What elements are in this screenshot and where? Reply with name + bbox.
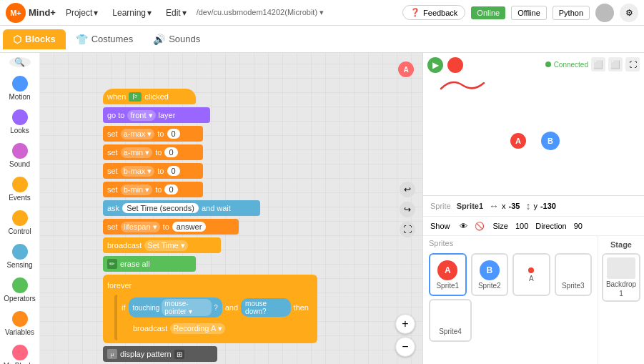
settings-icon[interactable]: ⚙ xyxy=(620,4,638,22)
sprite-thumb-a[interactable]: A xyxy=(512,253,550,296)
blocks-area[interactable]: when 🏳 clicked go to front ▾ layer set a… xyxy=(40,53,422,364)
sidebar-item-variables[interactable]: Variables xyxy=(2,308,38,339)
right-bottom: Sprites A Sprite1 B Sprite2 xyxy=(423,236,644,364)
green-flag-button[interactable]: ▶ xyxy=(427,57,443,73)
sidebar-item-sound[interactable]: Sound xyxy=(2,140,38,171)
block-set-lifespan[interactable]: set lifespan ▾ to answer xyxy=(103,219,239,235)
dropdown-bmin[interactable]: b-min ▾ xyxy=(121,185,153,195)
blocks-icon: ⬡ xyxy=(13,34,21,45)
block-set-amin[interactable]: set a-min ▾ to 0 xyxy=(103,144,203,160)
offline-button[interactable]: Offline xyxy=(511,6,547,20)
sidebar-item-sensing[interactable]: Sensing xyxy=(2,241,38,272)
grid-icon[interactable]: ⊞ xyxy=(174,350,184,359)
tab-costumes[interactable]: 👕 Costumes xyxy=(66,29,144,49)
sprite-thumb-sprite2[interactable]: B Sprite2 xyxy=(471,253,509,296)
menu-learning[interactable]: Learning ▾ xyxy=(108,5,156,21)
avatar[interactable] xyxy=(595,4,614,22)
block-broadcast-settime[interactable]: broadcast Set Time ▾ xyxy=(103,237,221,253)
sprite-thumb-sprite4[interactable]: Sprite4 xyxy=(429,299,472,342)
block-set-bmax[interactable]: set b-max ▾ to 0 xyxy=(103,163,203,179)
dropdown-recording-a[interactable]: Recording A ▾ xyxy=(170,323,224,334)
menu-edit[interactable]: Edit ▾ xyxy=(162,5,191,21)
input-bmax-val[interactable]: 0 xyxy=(167,166,180,176)
tab-costumes-label: Costumes xyxy=(91,34,134,44)
pen-icon: ✏ xyxy=(107,259,117,269)
zoom-controls: + − xyxy=(395,314,415,357)
stop-button[interactable] xyxy=(447,57,463,73)
sidebar-item-myblocks[interactable]: My Blocks xyxy=(2,342,38,364)
block-mouse-down[interactable]: mouse down? xyxy=(241,298,291,317)
stage-top-right: Connected ⬜ ⬜ ⛶ xyxy=(545,57,640,72)
right-panel: ▶ Connected ⬜ ⬜ ⛶ A B Sprite Sprite1 xyxy=(422,53,644,364)
stage-sprite-b[interactable]: B xyxy=(541,132,560,150)
dropdown-mouse-pointer[interactable]: mouse-pointer ▾ xyxy=(162,299,212,316)
direction-value: 90 xyxy=(574,222,583,230)
dropdown-amax[interactable]: a-max ▾ xyxy=(121,129,155,139)
dropdown-amin[interactable]: a-min ▾ xyxy=(121,147,153,158)
feedback-button[interactable]: ❓ Feedback xyxy=(402,5,465,20)
input-amin-val[interactable]: 0 xyxy=(164,147,177,157)
block-erase-all[interactable]: ✏ erase all xyxy=(103,256,196,272)
show-eye-closed[interactable]: 🚫 xyxy=(473,220,486,232)
tab-blocks[interactable]: ⬡ Blocks xyxy=(3,29,66,49)
control-dot xyxy=(12,210,28,226)
input-lifespan-val[interactable]: answer xyxy=(172,222,206,232)
sidebar-item-control[interactable]: Control xyxy=(2,207,38,238)
fullscreen-button[interactable]: ⛶ xyxy=(400,222,415,237)
input-amax-val[interactable]: 0 xyxy=(167,129,180,139)
coord-y-group: ↕ y -130 xyxy=(525,200,556,212)
input-bmin-val[interactable]: 0 xyxy=(164,185,177,195)
block-group-main: when 🏳 clicked go to front ▾ layer set a… xyxy=(103,89,389,364)
sprite-thumb-sprite1[interactable]: A Sprite1 xyxy=(429,253,467,296)
dropdown-front[interactable]: front ▾ xyxy=(127,110,155,121)
tab-sounds[interactable]: 🔊 Sounds xyxy=(143,29,210,49)
dropdown-broadcast-settime[interactable]: Set Time ▾ xyxy=(144,240,187,251)
sprites-header: Sprites xyxy=(423,236,598,250)
menu-project[interactable]: Project ▾ xyxy=(61,5,102,21)
block-ask[interactable]: ask Set Time (seconds) and wait xyxy=(103,200,260,216)
block-forever[interactable]: forever if touching mouse-pointer ▾ ? xyxy=(103,275,317,343)
sounds-icon: 🔊 xyxy=(153,34,165,45)
stage-sprite-a[interactable]: A xyxy=(509,132,527,150)
block-touching[interactable]: touching mouse-pointer ▾ ? xyxy=(129,297,222,318)
sprite-thumb-sprite3[interactable]: Sprite3 xyxy=(555,253,593,296)
online-button[interactable]: Online xyxy=(471,6,505,19)
block-go-to-front[interactable]: go to front ▾ layer xyxy=(103,107,210,123)
block-set-bmin[interactable]: set b-min ▾ to 0 xyxy=(103,182,203,197)
coord-x-group: ↔ x -35 xyxy=(489,200,520,212)
block-set-amax[interactable]: set a-max ▾ to 0 xyxy=(103,126,203,142)
operators-dot xyxy=(12,277,28,293)
logo[interactable]: M+ Mind+ xyxy=(6,3,56,23)
search-button[interactable]: 🔍 xyxy=(9,57,31,67)
input-ask-text[interactable]: Set Time (seconds) xyxy=(122,203,199,213)
show-eye-open[interactable]: 👁 xyxy=(457,220,470,232)
stage-title: Stage xyxy=(610,240,632,249)
sidebar-item-operators[interactable]: Operators xyxy=(2,275,38,305)
block-broadcast-recording[interactable]: broadcast Recording A ▾ xyxy=(129,320,257,336)
costumes-icon: 👕 xyxy=(76,34,88,45)
backdrop-thumb[interactable]: Backdrop 1 xyxy=(602,253,640,302)
sidebar-item-motion[interactable]: Motion xyxy=(2,73,38,104)
microbit-icon-small: μ xyxy=(107,349,117,359)
stage-medium-button[interactable]: ⬜ xyxy=(608,57,623,72)
sidebar-item-events[interactable]: Events xyxy=(2,174,38,205)
block-display-pattern[interactable]: μ display pattern ⊞ xyxy=(103,346,217,362)
zoom-out-button[interactable]: − xyxy=(395,337,415,357)
zoom-in-button[interactable]: + xyxy=(395,314,415,334)
undo-button[interactable]: ↩ xyxy=(400,182,415,197)
sidebar-item-looks[interactable]: Looks xyxy=(2,107,38,137)
block-if[interactable]: if touching mouse-pointer ▾ ? and mouse … xyxy=(114,295,313,340)
sprite-name: Sprite1 xyxy=(457,202,483,210)
events-dot xyxy=(12,177,28,192)
redo-button[interactable]: ↪ xyxy=(400,202,415,217)
main-area: 🔍 Motion Looks Sound Events Control Sens… xyxy=(0,53,644,364)
python-button[interactable]: Python xyxy=(553,6,590,20)
dropdown-bmax[interactable]: b-max ▾ xyxy=(121,166,155,177)
stage-small-button[interactable]: ⬜ xyxy=(591,57,605,72)
block-when-flag-clicked[interactable]: when 🏳 clicked xyxy=(103,89,196,104)
connected-dot xyxy=(545,62,551,67)
logo-icon: M+ xyxy=(6,3,26,23)
dropdown-lifespan[interactable]: lifespan ▾ xyxy=(121,222,160,232)
stage-drawing xyxy=(437,74,495,96)
stage-fullscreen-button[interactable]: ⛶ xyxy=(625,57,640,72)
